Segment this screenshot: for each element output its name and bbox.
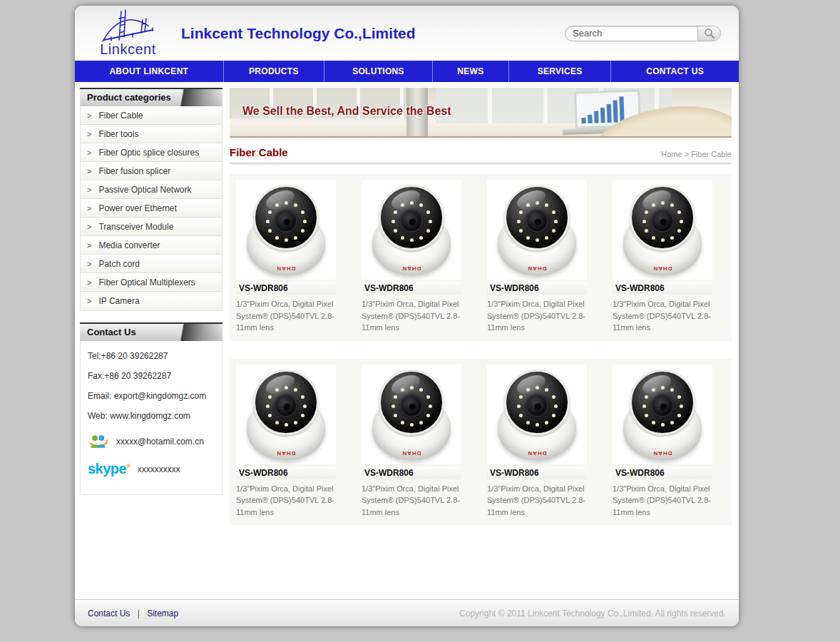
product-name[interactable]: VS-WDR806 [487,467,587,479]
product-image[interactable]: DHAN [362,365,461,464]
sidebar-item-transceiver-module[interactable]: >Transceiver Module [81,218,222,236]
nav-solutions[interactable]: SOLUTIONS [324,61,432,82]
sidebar-item-fiber-cable[interactable]: >Fiber Cable [81,106,222,125]
category-label: Media converter [98,240,160,250]
product-description: 1/3″Pixim Orca, Digital Pixel System® (D… [362,298,470,334]
category-label: Power over Ethernet [98,203,176,213]
product-name[interactable]: VS-WDR806 [487,282,587,295]
sidebar-item-media-converter[interactable]: >Media converter [81,236,222,255]
camera-highlight [263,371,297,397]
product-grid-row-1: DHAN VS-WDR806 1/3″Pixim Orca, Digital P… [230,174,732,341]
chevron-right-icon: > [87,297,91,305]
contact-us-title: Contact Us [87,327,136,337]
product-name[interactable]: VS-WDR806 [362,467,461,479]
product-image[interactable]: DHAN [236,180,336,280]
nav-about-linkcent[interactable]: ABOUT LINKCENT [75,61,223,82]
product-image[interactable]: DHAN [487,365,587,464]
page-title: Fiber Cable [230,146,288,158]
sidebar-item-passive-optical-network[interactable]: >Passive Optical Network [81,180,222,199]
camera-dome [379,185,444,250]
product-image[interactable]: DHAN [613,365,712,464]
sidebar-item-ip-camera[interactable]: >IP Camera [81,292,222,310]
skype-contact-row[interactable]: skype® xxxxxxxxxx [88,461,215,477]
product-description: 1/3″Pixim Orca, Digital Pixel System® (D… [236,483,344,519]
site-footer: Contact Us | Sitemap Copyright © 2011 Li… [75,599,739,626]
camera-lens [526,210,548,233]
category-label: Fiber tools [98,129,138,139]
chevron-right-icon: > [87,167,91,175]
search-input[interactable] [565,26,697,41]
camera-brand-mark: DHAN [276,265,295,272]
product-card: DHAN VS-WDR806 1/3″Pixim Orca, Digital P… [230,359,355,526]
category-label: Passive Optical Network [98,185,191,195]
product-image[interactable]: DHAN [487,180,587,280]
nav-services[interactable]: SERVICES [508,61,610,82]
product-name[interactable]: VS-WDR806 [613,282,712,295]
sidebar-item-fiber-optical-multiplexers[interactable]: >Fiber Optical Multiplexers [81,273,222,292]
logo[interactable]: Linkcent [83,9,173,58]
camera-dome [504,370,570,435]
main-content: We Sell the Best, And Service the Best F… [230,88,732,599]
product-card: DHAN VS-WDR806 1/3″Pixim Orca, Digital P… [355,359,481,526]
search-icon [704,28,715,39]
camera-highlight [640,371,673,397]
product-card: DHAN VS-WDR806 1/3″Pixim Orca, Digital P… [606,359,732,526]
company-name: Linkcent Technology Co.,Limited [181,25,416,42]
search-box [565,26,721,41]
msn-contact-row[interactable]: xxxxx@hotamil.com.cn [88,431,215,452]
sidebar-item-patch-cord[interactable]: >Patch cord [81,255,222,273]
product-categories-header: Product categories [80,88,222,106]
nav-news[interactable]: NEWS [432,61,508,82]
skype-id: xxxxxxxxxx [138,464,180,474]
product-name[interactable]: VS-WDR806 [613,467,712,479]
page-title-row: Fiber Cable Home > Fiber Cable [230,146,732,163]
chevron-right-icon: > [87,111,91,120]
camera-lens [651,394,674,417]
camera-brand-mark: DHAN [527,450,546,457]
nav-contact-us[interactable]: CONTACT US [610,61,739,82]
category-label: IP Camera [98,296,139,306]
contact-web[interactable]: Web: www.kingdomgz.com [88,411,215,421]
product-name[interactable]: VS-WDR806 [236,467,336,479]
product-name[interactable]: VS-WDR806 [236,282,336,295]
content-area: Product categories >Fiber Cable >Fiber t… [75,82,739,599]
product-grid-row-2: DHAN VS-WDR806 1/3″Pixim Orca, Digital P… [230,359,732,526]
contact-tel: Tel:+86 20 39262287 [88,351,215,361]
msn-address: xxxxx@hotamil.com.cn [116,437,204,447]
contact-email[interactable]: Email: export@kingdomgz.com [88,391,215,401]
contact-fax: Fax:+86 20 39262287 [88,371,215,381]
camera-dome [379,370,444,435]
product-description: 1/3″Pixim Orca, Digital Pixel System® (D… [613,298,721,334]
chevron-right-icon: > [87,260,91,268]
product-image[interactable]: DHAN [236,365,336,464]
footer-separator: | [138,608,140,618]
camera-lens [400,210,423,233]
product-image[interactable]: DHAN [613,180,712,280]
camera-lens [275,210,297,233]
sidebar-item-fiber-tools[interactable]: >Fiber tools [81,125,222,143]
product-image[interactable]: DHAN [362,180,461,280]
category-label: Fiber Optic splice closures [98,148,199,158]
product-name[interactable]: VS-WDR806 [362,282,461,295]
nav-products[interactable]: PRODUCTS [223,61,324,82]
sidebar-item-fiber-fusion-splicer[interactable]: >Fiber fusion splicer [81,162,222,180]
category-label: Transceiver Module [98,222,173,232]
camera-brand-mark: DHAN [401,450,421,457]
search-button[interactable] [697,26,720,41]
camera-dome [630,370,695,435]
product-card: DHAN VS-WDR806 1/3″Pixim Orca, Digital P… [481,174,606,341]
footer-contact-us-link[interactable]: Contact Us [88,608,130,618]
camera-brand-mark: DHAN [652,450,672,457]
footer-sitemap-link[interactable]: Sitemap [147,608,178,618]
camera-dome [504,185,570,250]
sidebar-item-power-over-ethernet[interactable]: >Power over Ethernet [81,199,222,218]
product-card: DHAN VS-WDR806 1/3″Pixim Orca, Digital P… [230,174,355,341]
chevron-right-icon: > [87,204,91,213]
camera-brand-mark: DHAN [527,265,546,272]
sidebar: Product categories >Fiber Cable >Fiber t… [80,88,222,599]
camera-lens [526,394,548,417]
sidebar-item-fiber-optic-splice-closures[interactable]: >Fiber Optic splice closures [81,143,222,162]
main-nav: ABOUT LINKCENT PRODUCTS SOLUTIONS NEWS S… [75,61,739,82]
logo-text: Linkcent [83,41,173,58]
breadcrumb[interactable]: Home > Fiber Cable [661,150,732,158]
